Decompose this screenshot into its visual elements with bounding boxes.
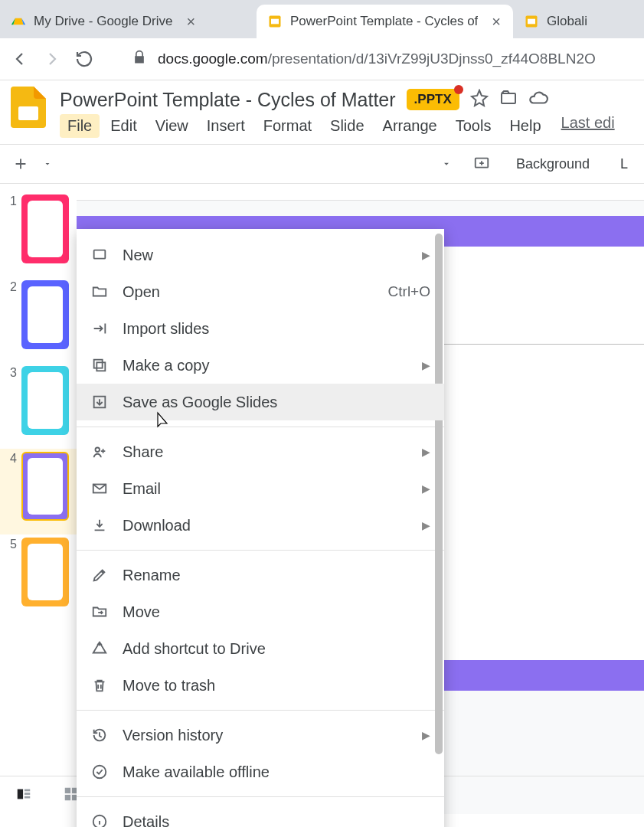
- menu-slide[interactable]: Slide: [322, 114, 371, 138]
- slides-icon: [524, 14, 539, 29]
- chevron-right-icon: ▶: [422, 249, 430, 261]
- menu-item-make-available-offline[interactable]: Make available offline: [77, 753, 444, 790]
- drive-icon: [11, 14, 26, 29]
- star-icon[interactable]: [470, 89, 489, 110]
- shortcut-icon: [90, 639, 109, 658]
- chevron-down-icon[interactable]: [40, 156, 55, 172]
- close-icon[interactable]: ×: [492, 13, 501, 31]
- menu-item-add-shortcut-to-drive[interactable]: Add shortcut to Drive: [77, 630, 444, 667]
- file-menu-dropdown: New▶OpenCtrl+OImport slidesMake a copy▶S…: [77, 229, 444, 827]
- chevron-right-icon: ▶: [422, 482, 430, 495]
- menu-item-move-to-trash[interactable]: Move to trash: [77, 667, 444, 704]
- browser-tab-strip: My Drive - Google Drive × PowerPoint Tem…: [0, 0, 644, 38]
- chevron-right-icon: ▶: [422, 519, 430, 531]
- thumbnail-panel: 1 2 3 4 5: [0, 184, 77, 814]
- offline-icon: [90, 763, 109, 781]
- slide-thumb[interactable]: 3: [0, 363, 77, 449]
- menu-item-details[interactable]: Details: [77, 803, 444, 827]
- chevron-down-icon[interactable]: [438, 155, 455, 172]
- reload-button[interactable]: [74, 48, 95, 70]
- menu-item-share[interactable]: Share▶: [77, 433, 444, 470]
- tab-title: My Drive - Google Drive: [34, 14, 172, 29]
- svg-rect-16: [96, 362, 105, 371]
- menu-bar: File Edit View Insert Format Slide Arran…: [60, 111, 632, 144]
- slide-thumb-selected[interactable]: 4: [0, 449, 77, 534]
- menu-view[interactable]: View: [148, 114, 196, 138]
- lock-icon[interactable]: [132, 50, 147, 68]
- docs-header: PowerPoint Template - Cycles of Matter .…: [0, 80, 644, 144]
- menu-item-make-a-copy[interactable]: Make a copy▶: [77, 347, 444, 384]
- chevron-right-icon: ▶: [422, 359, 430, 371]
- share-icon: [90, 443, 109, 461]
- tab-title: PowerPoint Template - Cycles of: [290, 14, 478, 29]
- ruler: [77, 184, 644, 201]
- svg-rect-15: [94, 250, 106, 259]
- close-icon[interactable]: ×: [186, 13, 195, 31]
- slides-logo-icon[interactable]: [8, 88, 49, 129]
- details-icon: [90, 812, 109, 827]
- menu-help[interactable]: Help: [502, 114, 548, 138]
- svg-point-19: [96, 448, 100, 453]
- move-icon: [90, 603, 109, 621]
- last-edit-link[interactable]: Last edi: [561, 114, 615, 138]
- menu-file[interactable]: File: [60, 114, 100, 138]
- new-slide-button[interactable]: [9, 152, 32, 175]
- slide-thumb[interactable]: 2: [0, 277, 77, 363]
- forward-button[interactable]: [41, 48, 63, 70]
- svg-rect-8: [25, 789, 30, 791]
- trash-icon: [90, 676, 109, 695]
- menu-item-version-history[interactable]: Version history▶: [77, 717, 444, 753]
- svg-rect-13: [65, 794, 70, 799]
- browser-tab-active[interactable]: PowerPoint Template - Cycles of ×: [257, 5, 513, 38]
- toolbar: Background L: [0, 144, 644, 184]
- svg-rect-5: [502, 93, 515, 103]
- tab-title: Globali: [547, 14, 587, 29]
- svg-rect-9: [25, 793, 30, 795]
- menu-item-move[interactable]: Move: [77, 593, 444, 630]
- open-icon: [90, 283, 109, 301]
- cloud-icon[interactable]: [528, 88, 548, 111]
- browser-tab[interactable]: Globali: [513, 5, 605, 38]
- slides-icon: [267, 14, 283, 29]
- back-button[interactable]: [9, 48, 31, 70]
- menu-item-rename[interactable]: Rename: [77, 557, 444, 593]
- svg-rect-17: [94, 360, 103, 368]
- layout-button[interactable]: L: [613, 153, 636, 175]
- chevron-right-icon: ▶: [422, 446, 430, 458]
- download-icon: [90, 516, 109, 534]
- history-icon: [90, 726, 109, 744]
- rename-icon: [90, 566, 109, 584]
- svg-rect-11: [65, 787, 70, 793]
- menu-format[interactable]: Format: [256, 114, 319, 138]
- url-text[interactable]: docs.google.com/presentation/d/13iVrZ99j…: [158, 51, 596, 67]
- save-icon: [90, 393, 109, 411]
- svg-point-21: [93, 766, 106, 779]
- menu-insert[interactable]: Insert: [199, 114, 253, 138]
- move-icon[interactable]: [499, 89, 518, 110]
- copy-icon: [90, 356, 109, 374]
- menu-tools[interactable]: Tools: [448, 114, 499, 138]
- new-icon: [90, 246, 109, 264]
- menu-item-open[interactable]: OpenCtrl+O: [77, 273, 444, 310]
- svg-rect-1: [271, 19, 279, 25]
- menu-item-import-slides[interactable]: Import slides: [77, 310, 444, 347]
- menu-item-email[interactable]: Email▶: [77, 470, 444, 507]
- slide-thumb[interactable]: 1: [0, 191, 77, 277]
- import-icon: [90, 319, 109, 338]
- svg-rect-3: [528, 19, 535, 25]
- background-button[interactable]: Background: [508, 153, 597, 175]
- document-title[interactable]: PowerPoint Template - Cycles of Matter: [60, 89, 396, 111]
- pptx-badge[interactable]: .PPTX: [407, 89, 459, 110]
- filmstrip-icon[interactable]: [15, 786, 32, 806]
- chevron-right-icon: ▶: [422, 729, 430, 741]
- browser-tab[interactable]: My Drive - Google Drive ×: [0, 5, 257, 38]
- menu-edit[interactable]: Edit: [103, 114, 144, 138]
- svg-rect-4: [18, 106, 38, 120]
- svg-rect-10: [25, 796, 30, 798]
- menu-item-new[interactable]: New▶: [77, 237, 444, 273]
- menu-item-save-as-google-slides[interactable]: Save as Google Slides: [77, 384, 444, 420]
- comment-button[interactable]: [470, 152, 493, 175]
- menu-item-download[interactable]: Download▶: [77, 507, 444, 544]
- menu-arrange[interactable]: Arrange: [375, 114, 445, 138]
- slide-thumb[interactable]: 5: [0, 534, 77, 620]
